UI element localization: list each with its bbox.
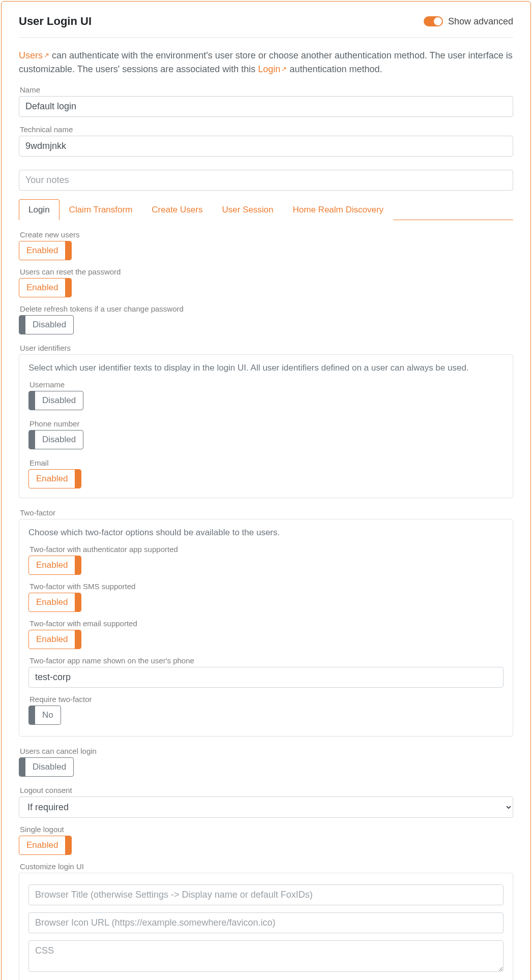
name-field: Name	[19, 85, 513, 117]
show-advanced-label: Show advanced	[448, 16, 513, 27]
username-label: Username	[29, 380, 504, 389]
notes-input[interactable]	[19, 170, 513, 191]
tfa-sms-label: Two-factor with SMS supported	[29, 582, 504, 591]
username-toggle[interactable]: Disabled	[28, 391, 83, 410]
email-id-label: Email	[29, 458, 504, 467]
tab-claim-transform[interactable]: Claim Transform	[60, 199, 142, 220]
reset-pw-toggle[interactable]: Enabled	[19, 278, 72, 297]
user-identifiers-label: User identifiers	[20, 344, 513, 352]
single-logout-label: Single logout	[20, 825, 513, 834]
browser-title-input[interactable]	[28, 884, 504, 905]
delete-tokens-toggle[interactable]: Disabled	[19, 315, 74, 334]
panel-header: User Login UI Show advanced	[19, 15, 513, 28]
tfa-email-toggle[interactable]: Enabled	[28, 630, 81, 649]
logout-consent-label: Logout consent	[20, 786, 513, 794]
user-identifiers-group: Select which user identifier texts to di…	[19, 354, 513, 498]
two-factor-label: Two-factor	[20, 508, 513, 517]
tab-login[interactable]: Login	[19, 199, 60, 220]
notes-field	[19, 170, 513, 191]
logout-consent-select[interactable]: If required	[19, 797, 513, 818]
tfa-email-label: Two-factor with email supported	[29, 619, 504, 628]
customize-label: Customize login UI	[20, 862, 513, 871]
create-users-label: Create new users	[20, 230, 513, 239]
cancel-login-label: Users can cancel login	[20, 747, 513, 755]
login-tab-content: Create new users Enabled Users can reset…	[19, 230, 513, 980]
login-link[interactable]: Login↗	[258, 64, 287, 74]
single-logout-toggle[interactable]: Enabled	[19, 836, 72, 855]
reset-pw-label: Users can reset the password	[20, 267, 513, 276]
two-factor-group: Choose which two-factor options should b…	[19, 519, 513, 737]
browser-icon-input[interactable]	[28, 912, 504, 933]
tab-bar: Login Claim Transform Create Users User …	[19, 199, 513, 220]
user-identifiers-desc: Select which user identifier texts to di…	[28, 363, 504, 373]
tfa-require-toggle[interactable]: No	[28, 706, 61, 725]
external-link-icon: ↗	[281, 65, 287, 73]
customize-group	[19, 873, 513, 980]
css-input[interactable]	[28, 940, 504, 972]
technical-name-field: Technical name	[19, 125, 513, 157]
tfa-require-label: Require two-factor	[29, 695, 504, 703]
header-separator	[19, 37, 513, 38]
cancel-login-toggle[interactable]: Disabled	[19, 757, 74, 777]
name-label: Name	[20, 85, 513, 94]
email-id-toggle[interactable]: Enabled	[28, 469, 81, 488]
name-input[interactable]	[19, 96, 513, 117]
show-advanced-wrap: Show advanced	[424, 16, 513, 27]
two-factor-desc: Choose which two-factor options should b…	[28, 528, 504, 538]
users-link[interactable]: Users↗	[19, 50, 49, 60]
page-title: User Login UI	[19, 15, 92, 28]
phone-label: Phone number	[29, 419, 504, 428]
tfa-app-name-label: Two-factor app name shown on the user's …	[29, 656, 504, 665]
phone-toggle[interactable]: Disabled	[28, 430, 83, 449]
intro-text: Users↗ can authenticate with the environ…	[19, 49, 513, 76]
external-link-icon: ↗	[44, 51, 49, 59]
tab-hrd[interactable]: Home Realm Discovery	[283, 199, 394, 220]
create-users-toggle[interactable]: Enabled	[19, 241, 72, 260]
technical-name-label: Technical name	[20, 125, 513, 134]
technical-name-input[interactable]	[19, 136, 513, 157]
tfa-app-name-input[interactable]	[28, 667, 504, 688]
tab-user-session[interactable]: User Session	[212, 199, 283, 220]
show-advanced-toggle[interactable]	[424, 16, 443, 26]
tfa-app-label: Two-factor with authenticator app suppor…	[29, 545, 504, 554]
delete-tokens-label: Delete refresh tokens if a user change p…	[20, 304, 513, 313]
tfa-app-toggle[interactable]: Enabled	[28, 556, 81, 575]
tab-create-users[interactable]: Create Users	[142, 199, 212, 220]
user-login-panel: User Login UI Show advanced Users↗ can a…	[1, 1, 531, 980]
tfa-sms-toggle[interactable]: Enabled	[28, 593, 81, 612]
